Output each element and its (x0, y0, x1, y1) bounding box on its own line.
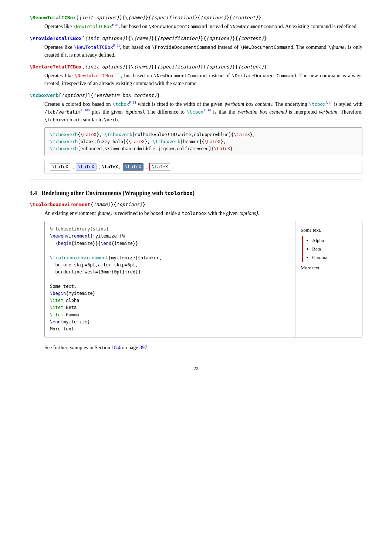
renew-args: [⟨init options⟩]{\⟨name⟩}{⟨specification… (76, 15, 261, 20)
tcolorboxenv-args: {⟨name⟩}{⟨options⟩} (90, 202, 145, 207)
latex-output-1: \LaTeX (50, 163, 70, 171)
tcboxverb-code-box: \tcboxverb{\LaTeX}, \tcboxverb[colback=b… (44, 127, 362, 156)
section-number: 3.4 (30, 190, 37, 196)
tcolorboxenv-cmd-block: N 2014-10-20 \tcolorboxenvironment{⟨name… (30, 202, 362, 337)
tcboxverb-cmd-block: \tcboxverb[⟨options⟩]{⟨verbatim box cont… (30, 92, 362, 174)
comma-2: , (99, 164, 100, 170)
provide-cmd-name: \ProvideTotalTCBox (30, 36, 82, 41)
provide-args: [⟨init options⟩]{\⟨name⟩}{⟨specification… (82, 36, 267, 41)
tcboxverb-description: Creates a colored box based on \tcboxP. … (44, 100, 362, 124)
footer-text: See further examples in Section 18.4 on … (44, 345, 362, 351)
latex-output-4: \LaTeX (123, 163, 143, 171)
section-3-4-heading: 3.4 Redefining other Environments (Wrapp… (30, 190, 362, 196)
output-pretext: Some text. (301, 226, 357, 234)
renew-cmd-name: \RenewTotalTCBox (30, 15, 76, 20)
section-divider (30, 179, 362, 179)
provide-signature: \ProvideTotalTCBox[⟨init options⟩]{\⟨nam… (30, 36, 362, 41)
tcboxverb-args: [⟨options⟩]{⟨verbatim box content⟩} (58, 92, 160, 98)
declare-args: [⟨init options⟩]{\⟨name⟩}{⟨specification… (82, 64, 267, 70)
output-posttext: More text. (301, 263, 357, 272)
provide-description: Operates like \NewTotalTCBoxP. 21, but b… (44, 43, 362, 59)
page-number: 22 (30, 366, 362, 371)
tcboxverb-code: \tcboxverb{\LaTeX}, \tcboxverb[colback=b… (50, 131, 357, 152)
tcboxverb-signature: \tcboxverb[⟨options⟩]{⟨verbatim box cont… (30, 92, 362, 98)
declare-signature: \DeclareTotalTCBox[⟨init options⟩]{\⟨nam… (30, 64, 362, 70)
list-item-alpha: Alpha (312, 236, 357, 245)
tcboxverb-output-box: \LaTeX , \LaTeX , \LaTeX, \LaTeX , \LaTe… (44, 160, 362, 174)
demo-code-left: % tcbuselibrary{skins} \newenvironment{m… (45, 221, 295, 337)
tcboxverb-cmd-name: \tcboxverb (30, 92, 58, 98)
tcolorboxenv-description: An existing environment ⟨name⟩ is redefi… (44, 209, 362, 217)
latex-output-5: \LaTeX (149, 163, 170, 171)
declare-description: Operates like \NewTotalTCBoxP. 21, but b… (44, 72, 362, 87)
footer-page-link[interactable]: 397 (139, 345, 147, 350)
declare-cmd-name: \DeclareTotalTCBox (30, 64, 82, 70)
renew-cmd-block: \RenewTotalTCBox[⟨init options⟩]{\⟨name⟩… (30, 15, 362, 30)
section-title-text: Redefining other Environments (Wrapping … (41, 190, 195, 196)
footer-section-link[interactable]: 18.4 (112, 345, 121, 350)
comma-1: , (72, 164, 74, 170)
output-list: Alpha Beta Gamma (302, 236, 357, 262)
tcolorboxenv-demo-box: % tcbuselibrary{skins} \newenvironment{m… (44, 221, 362, 337)
latex-output-3: \LaTeX, (102, 164, 121, 169)
demo-code-content: % tcbuselibrary{skins} \newenvironment{m… (50, 226, 290, 333)
list-item-gamma: Gamma (312, 253, 357, 262)
provide-cmd-block: \ProvideTotalTCBox[⟨init options⟩]{\⟨nam… (30, 36, 362, 59)
latex-output-2: \LaTeX (76, 163, 96, 171)
renew-description: Operates like \NewTotalTCBoxP. 21, but b… (44, 23, 362, 30)
comma-3: , (146, 164, 147, 170)
period-1: . (172, 164, 175, 169)
list-item-beta: Beta (312, 245, 357, 253)
renew-signature: \RenewTotalTCBox[⟨init options⟩]{\⟨name⟩… (30, 15, 362, 20)
section-title-code: tcolorbox (165, 190, 193, 196)
demo-output-right: Some text. Alpha Beta Gamma More text. (295, 221, 362, 337)
declare-cmd-block: \DeclareTotalTCBox[⟨init options⟩]{\⟨nam… (30, 64, 362, 87)
tcolorboxenv-signature: \tcolorboxenvironment{⟨name⟩}{⟨options⟩} (30, 202, 362, 207)
tcolorboxenv-cmd-name: \tcolorboxenvironment (30, 202, 90, 207)
